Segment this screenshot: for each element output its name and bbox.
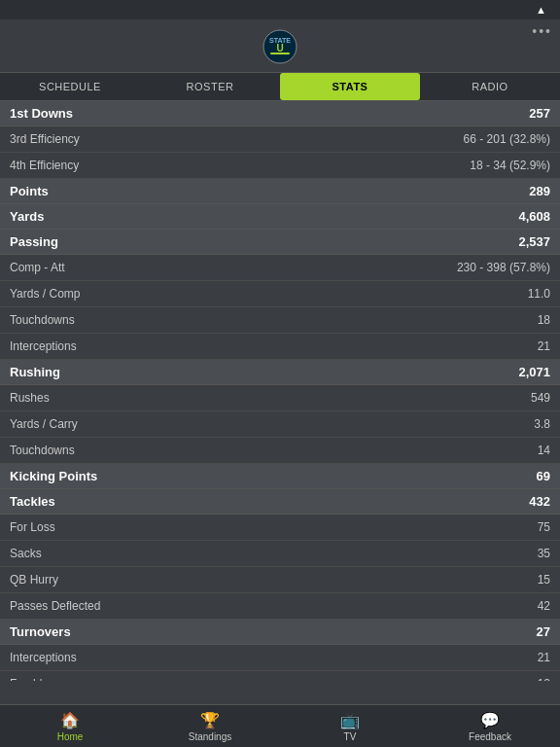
- stat-value: 66 - 201 (32.8%): [464, 132, 550, 146]
- section-value-tackles: 432: [529, 494, 550, 509]
- tab-radio[interactable]: RADIO: [420, 73, 560, 100]
- section-header-tackles: Tackles 432: [0, 489, 560, 515]
- header-dots: •••: [532, 23, 552, 39]
- stat-value: 15: [538, 573, 550, 587]
- section-label-tackles: Tackles: [10, 494, 55, 509]
- tab-stats[interactable]: STATS: [280, 73, 420, 100]
- stat-value: 18: [538, 313, 550, 327]
- bottom-nav-tv[interactable]: 📺 TV: [280, 705, 420, 747]
- stat-value: 18 - 34 (52.9%): [470, 159, 550, 172]
- stat-value: 42: [538, 599, 550, 613]
- table-row: For Loss 75: [0, 515, 560, 541]
- stat-value: 12: [538, 677, 550, 681]
- table-row: QB Hurry 15: [0, 567, 560, 593]
- nav-tabs: SCHEDULE ROSTER STATS RADIO: [0, 72, 560, 101]
- tab-schedule[interactable]: SCHEDULE: [0, 73, 140, 100]
- stat-label: Comp - Att: [10, 261, 65, 274]
- section-value-yards: 4,608: [518, 209, 550, 224]
- wifi-icon: ▲: [536, 4, 546, 16]
- table-row: Fumbles 12: [0, 671, 560, 681]
- stat-label: Yards / Carry: [10, 417, 78, 431]
- section-value-kicking-points: 69: [537, 469, 550, 483]
- stat-label: Yards / Comp: [10, 287, 80, 301]
- section-label-yards: Yards: [10, 209, 44, 224]
- stat-value: 21: [538, 339, 550, 353]
- section-header-kicking-points: Kicking Points 69: [0, 464, 560, 489]
- stat-value: 75: [538, 520, 550, 534]
- table-row: Rushes 549: [0, 385, 560, 411]
- stat-label: For Loss: [10, 520, 55, 534]
- stat-label: 3rd Efficiency: [10, 132, 80, 146]
- section-header-rushing: Rushing 2,071: [0, 360, 560, 385]
- section-label-passing: Passing: [10, 234, 58, 249]
- stat-value: 11.0: [528, 287, 550, 301]
- table-row: Touchdowns 18: [0, 307, 560, 334]
- table-row: Yards / Comp 11.0: [0, 281, 560, 307]
- stat-value: 14: [538, 444, 550, 457]
- section-header-points: Points 289: [0, 179, 560, 204]
- stat-label: Touchdowns: [10, 444, 75, 457]
- section-header-passing: Passing 2,537: [0, 230, 560, 255]
- table-row: Touchdowns 14: [0, 438, 560, 464]
- section-value-points: 289: [529, 184, 550, 198]
- section-label-turnovers: Turnovers: [10, 624, 71, 639]
- table-row: 4th Efficiency 18 - 34 (52.9%): [0, 153, 560, 179]
- stat-value: 3.8: [534, 417, 550, 431]
- table-row: 3rd Efficiency 66 - 201 (32.8%): [0, 126, 560, 153]
- stat-label: 4th Efficiency: [10, 159, 79, 172]
- table-row: Yards / Carry 3.8: [0, 411, 560, 438]
- stat-label: Fumbles: [10, 677, 54, 681]
- table-row: Comp - Att 230 - 398 (57.8%): [0, 255, 560, 281]
- table-row: Sacks 35: [0, 541, 560, 567]
- stat-label: Rushes: [10, 391, 50, 405]
- stats-content: 1st Downs 257 3rd Efficiency 66 - 201 (3…: [0, 101, 560, 681]
- team-header: ••• STATE U: [0, 19, 560, 72]
- stat-value: 35: [538, 547, 550, 560]
- table-row: Interceptions 21: [0, 334, 560, 360]
- section-label-kicking-points: Kicking Points: [10, 469, 97, 483]
- stat-label: Sacks: [10, 547, 42, 560]
- section-label-rushing: Rushing: [10, 365, 60, 379]
- stat-value: 230 - 398 (57.8%): [457, 261, 550, 274]
- section-value-first-downs: 257: [529, 106, 550, 121]
- bottom-nav-standings[interactable]: 🏆 Standings: [140, 705, 280, 747]
- section-header-turnovers: Turnovers 27: [0, 620, 560, 645]
- section-header-yards: Yards 4,608: [0, 204, 560, 230]
- home-icon: 🏠: [60, 711, 80, 729]
- team-logo: STATE U: [262, 29, 298, 64]
- table-row: Passes Deflected 42: [0, 593, 560, 620]
- table-row: Interceptions 21: [0, 645, 560, 671]
- section-value-rushing: 2,071: [518, 365, 550, 379]
- stat-label: Interceptions: [10, 651, 77, 664]
- stat-label: Passes Deflected: [10, 599, 100, 613]
- section-header-first-downs: 1st Downs 257: [0, 101, 560, 126]
- tab-roster[interactable]: ROSTER: [140, 73, 280, 100]
- section-label-points: Points: [10, 184, 49, 198]
- stat-label: Interceptions: [10, 339, 77, 353]
- stat-value: 549: [531, 391, 550, 405]
- tv-icon: 📺: [340, 711, 360, 729]
- stat-label: QB Hurry: [10, 573, 58, 587]
- stat-value: 21: [538, 651, 550, 664]
- svg-rect-3: [270, 53, 290, 54]
- bottom-nav-feedback[interactable]: 💬 Feedback: [420, 705, 560, 747]
- section-value-passing: 2,537: [518, 234, 550, 249]
- stat-label: Touchdowns: [10, 313, 75, 327]
- standings-icon: 🏆: [200, 711, 220, 729]
- svg-text:U: U: [276, 43, 283, 53]
- bottom-navigation: 🏠 Home 🏆 Standings 📺 TV 💬 Feedback: [0, 704, 560, 747]
- bottom-nav-home[interactable]: 🏠 Home: [0, 705, 140, 747]
- section-value-turnovers: 27: [537, 624, 550, 639]
- status-bar: ▲: [0, 0, 560, 19]
- feedback-icon: 💬: [480, 711, 500, 729]
- section-label-first-downs: 1st Downs: [10, 106, 73, 121]
